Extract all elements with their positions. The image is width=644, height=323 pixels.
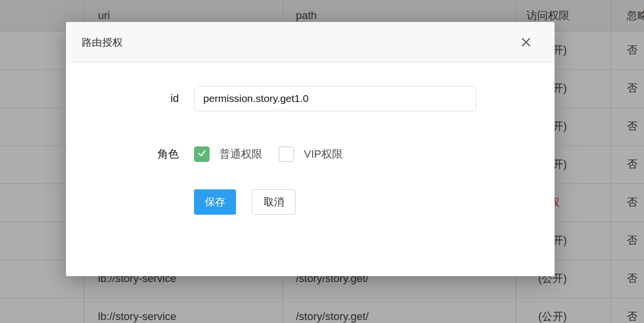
- checkbox-item-vip: VIP权限: [279, 146, 343, 162]
- id-field-label: id: [66, 92, 194, 105]
- checkmark-icon: [196, 147, 208, 161]
- role-field-label: 角色: [66, 147, 194, 162]
- modal-header: 路由授权: [66, 22, 555, 63]
- checkbox-item-normal: 普通权限: [194, 146, 262, 162]
- cancel-button[interactable]: 取消: [252, 189, 296, 215]
- save-button[interactable]: 保存: [194, 189, 236, 215]
- role-checkbox-group: 普通权限 VIP权限: [194, 146, 343, 162]
- modal-title: 路由授权: [82, 36, 123, 49]
- normal-permission-label[interactable]: 普通权限: [219, 147, 262, 162]
- id-input[interactable]: [194, 86, 476, 111]
- id-form-row: id: [66, 86, 555, 111]
- vip-permission-label[interactable]: VIP权限: [304, 147, 343, 162]
- close-icon: [520, 42, 532, 50]
- close-button[interactable]: [518, 34, 534, 50]
- vip-permission-checkbox[interactable]: [279, 146, 294, 162]
- normal-permission-checkbox[interactable]: [194, 146, 210, 162]
- role-form-row: 角色 普通权限 VIP权限: [66, 146, 555, 162]
- modal-actions-row: 保存 取消: [66, 189, 555, 215]
- route-auth-modal: 路由授权 id 角色: [66, 22, 555, 276]
